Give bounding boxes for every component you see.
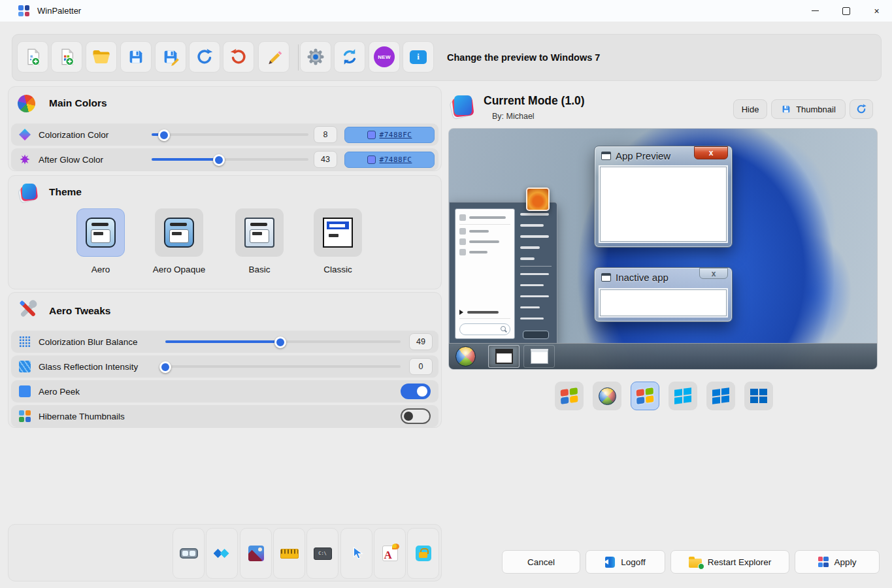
slider-knob[interactable] bbox=[274, 336, 286, 348]
save-theme-button[interactable] bbox=[120, 41, 152, 73]
new-theme-from-current-button[interactable] bbox=[51, 41, 82, 73]
inactive-close-button: x bbox=[699, 268, 728, 279]
active-window-title: App Preview bbox=[616, 150, 670, 161]
color-swatch bbox=[367, 131, 376, 139]
whats-new-button[interactable]: NEW bbox=[369, 41, 400, 73]
new-theme-button[interactable] bbox=[17, 41, 48, 73]
thumbnail-floppy-icon bbox=[781, 104, 791, 114]
lock-icon bbox=[416, 546, 431, 561]
hex-value: #7488FC bbox=[380, 155, 412, 164]
aero-tweaks-card: Aero Tweaks Colorization Blur Balance 49… bbox=[8, 292, 442, 428]
console-icon: C:\ bbox=[314, 547, 332, 560]
menu-item bbox=[459, 226, 510, 237]
lock-screen-button[interactable] bbox=[407, 528, 439, 579]
colorization-color-label: Colorization Color bbox=[39, 130, 139, 140]
active-window-titlebar: App Preview bbox=[601, 150, 670, 161]
window-switcher-icon bbox=[180, 548, 198, 559]
logoff-button[interactable]: Logoff bbox=[586, 550, 665, 574]
apply-button[interactable]: Apply bbox=[795, 550, 880, 574]
main-colors-card: Main Colors Colorization Color 8 #7488FC… bbox=[8, 86, 442, 171]
os-windows-xp-button[interactable] bbox=[555, 382, 584, 410]
main-colors-title: Main Colors bbox=[49, 97, 107, 109]
theme-option-basic[interactable]: Basic bbox=[220, 208, 299, 274]
slider-knob[interactable] bbox=[213, 154, 225, 166]
glass-reflection-slider[interactable] bbox=[165, 361, 401, 372]
after-glow-icon bbox=[19, 154, 31, 165]
hibernate-thumbnails-row: Hibernate Thumbnails bbox=[11, 405, 438, 427]
close-button[interactable]: × bbox=[861, 0, 892, 22]
refresh-preview-button[interactable] bbox=[850, 99, 873, 119]
os-windows-11-button[interactable] bbox=[744, 382, 773, 410]
hex-value: #7488FC bbox=[380, 131, 412, 139]
windows-7-icon bbox=[636, 387, 654, 404]
undo-icon bbox=[195, 47, 214, 67]
theme-option-aero-opaque[interactable]: Aero Opaque bbox=[140, 208, 218, 274]
hide-button[interactable]: Hide bbox=[733, 99, 767, 119]
redo-button[interactable] bbox=[223, 41, 254, 73]
cursor-icon bbox=[350, 546, 364, 561]
slider-knob[interactable] bbox=[159, 361, 171, 373]
console-button[interactable]: C:\ bbox=[306, 528, 339, 579]
aero-peek-row: Aero Peek bbox=[11, 380, 438, 402]
theme-option-aero[interactable]: Aero bbox=[61, 208, 140, 274]
theme-preview: App Preview x Inactive app x bbox=[448, 128, 878, 370]
color-wheel-icon bbox=[16, 93, 37, 114]
save-icon bbox=[127, 48, 145, 66]
hibernate-thumbnails-toggle[interactable] bbox=[401, 408, 431, 424]
os-windows-8-button[interactable] bbox=[669, 382, 697, 410]
cancel-button[interactable]: Cancel bbox=[502, 550, 580, 574]
apply-icon bbox=[818, 557, 829, 567]
new-theme-icon bbox=[24, 48, 42, 66]
colorization-color-slider[interactable] bbox=[152, 129, 308, 140]
colorization-color-hex-button[interactable]: #7488FC bbox=[344, 127, 435, 143]
aero-thumbnail bbox=[86, 218, 116, 248]
undo-button[interactable] bbox=[189, 41, 220, 73]
start-search-box bbox=[459, 323, 510, 335]
window-controls: × bbox=[800, 0, 892, 22]
left-tool-strip: C:\ A bbox=[8, 524, 442, 581]
os-windows-7-button[interactable] bbox=[631, 382, 659, 410]
settings-button[interactable] bbox=[300, 41, 331, 73]
open-theme-button[interactable] bbox=[86, 41, 117, 73]
window-icon bbox=[601, 152, 611, 160]
os-windows-10-button[interactable] bbox=[706, 382, 735, 410]
maximize-button[interactable] bbox=[831, 0, 861, 22]
effects-button[interactable] bbox=[206, 528, 238, 579]
winpaletter-window: WinPaletter × bbox=[0, 0, 892, 588]
aero-peek-label: Aero Peek bbox=[39, 387, 80, 397]
wallpaper-button[interactable] bbox=[240, 528, 272, 579]
start-menu-right-column bbox=[520, 213, 552, 325]
current-mode-icon bbox=[451, 94, 476, 119]
minimize-button[interactable] bbox=[800, 0, 831, 22]
new-theme-colors-icon bbox=[58, 48, 76, 66]
taskbar-button-idle bbox=[523, 345, 555, 368]
sync-button[interactable] bbox=[334, 41, 365, 73]
save-theme-as-button[interactable] bbox=[155, 41, 186, 73]
theme-option-label: Aero bbox=[61, 265, 140, 274]
glass-reflection-icon bbox=[19, 361, 31, 372]
after-glow-color-slider[interactable] bbox=[152, 154, 308, 165]
fonts-button[interactable]: A bbox=[374, 528, 406, 579]
slider-knob[interactable] bbox=[158, 129, 170, 141]
restart-explorer-button[interactable]: Restart Explorer bbox=[670, 550, 789, 574]
aero-peek-toggle[interactable] bbox=[401, 384, 431, 399]
theme-option-classic[interactable]: Classic bbox=[299, 208, 377, 274]
window-switcher-button[interactable] bbox=[173, 528, 205, 579]
start-menu-left-panel bbox=[455, 208, 515, 339]
theme-option-label: Basic bbox=[220, 265, 299, 274]
aero-peek-icon bbox=[19, 385, 31, 397]
after-glow-color-hex-button[interactable]: #7488FC bbox=[344, 152, 435, 168]
os-windows-vista-button[interactable] bbox=[593, 382, 621, 410]
tips-button[interactable]: i bbox=[403, 41, 434, 73]
edit-button[interactable] bbox=[258, 41, 289, 73]
hibernate-thumbnails-icon bbox=[19, 410, 31, 422]
classic-thumbnail bbox=[323, 218, 353, 248]
colorization-color-icon bbox=[19, 129, 31, 140]
blur-balance-slider[interactable] bbox=[165, 336, 401, 347]
windows-vista-icon bbox=[599, 387, 616, 405]
cursors-button[interactable] bbox=[340, 528, 372, 579]
thumbnail-button[interactable]: Thumbnail bbox=[771, 99, 846, 119]
fonts-icon: A bbox=[382, 546, 398, 561]
metrics-button[interactable] bbox=[273, 528, 305, 579]
toolbar-status-text: Change the preview to Windows 7 bbox=[447, 52, 600, 63]
